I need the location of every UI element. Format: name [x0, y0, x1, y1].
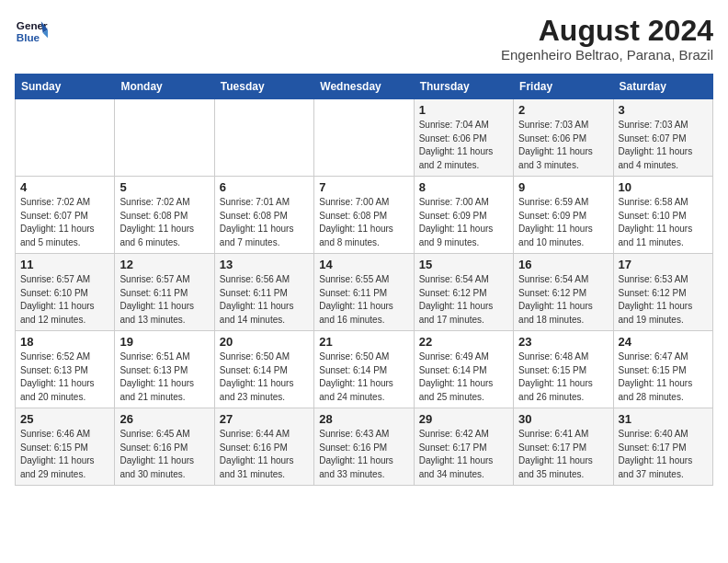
- day-number: 1: [419, 103, 508, 117]
- calendar-cell: 1Sunrise: 7:04 AM Sunset: 6:06 PM Daylig…: [414, 99, 513, 177]
- day-number: 9: [518, 180, 608, 194]
- weekday-header-friday: Friday: [514, 75, 613, 99]
- day-number: 17: [619, 258, 708, 271]
- weekday-header-thursday: Thursday: [414, 75, 513, 99]
- calendar-cell: 15Sunrise: 6:54 AM Sunset: 6:12 PM Dayli…: [414, 254, 513, 331]
- day-info: Sunrise: 6:58 AM Sunset: 6:10 PM Dayligh…: [619, 196, 708, 249]
- day-number: 27: [220, 412, 309, 426]
- day-number: 23: [518, 335, 608, 349]
- day-number: 16: [518, 258, 608, 271]
- calendar-cell: 8Sunrise: 7:00 AM Sunset: 6:09 PM Daylig…: [414, 177, 513, 254]
- day-info: Sunrise: 6:50 AM Sunset: 6:14 PM Dayligh…: [319, 350, 408, 404]
- day-info: Sunrise: 7:00 AM Sunset: 6:09 PM Dayligh…: [419, 196, 508, 249]
- day-info: Sunrise: 6:54 AM Sunset: 6:12 PM Dayligh…: [419, 273, 508, 327]
- calendar-cell: 12Sunrise: 6:57 AM Sunset: 6:11 PM Dayli…: [115, 254, 214, 331]
- day-number: 13: [220, 258, 309, 271]
- calendar-cell: 5Sunrise: 7:02 AM Sunset: 6:08 PM Daylig…: [115, 177, 214, 254]
- day-info: Sunrise: 6:55 AM Sunset: 6:11 PM Dayligh…: [319, 273, 408, 327]
- calendar-week-row: 4Sunrise: 7:02 AM Sunset: 6:07 PM Daylig…: [16, 177, 713, 254]
- calendar-cell: 23Sunrise: 6:48 AM Sunset: 6:15 PM Dayli…: [514, 331, 613, 408]
- day-info: Sunrise: 6:57 AM Sunset: 6:10 PM Dayligh…: [20, 273, 109, 327]
- day-info: Sunrise: 6:42 AM Sunset: 6:17 PM Dayligh…: [419, 428, 508, 481]
- day-info: Sunrise: 6:53 AM Sunset: 6:12 PM Dayligh…: [619, 273, 708, 327]
- day-number: 12: [119, 258, 209, 271]
- day-number: 6: [220, 180, 309, 194]
- day-number: 3: [619, 103, 708, 117]
- calendar-cell: 7Sunrise: 7:00 AM Sunset: 6:08 PM Daylig…: [314, 177, 414, 254]
- day-info: Sunrise: 6:47 AM Sunset: 6:15 PM Dayligh…: [619, 350, 708, 404]
- day-info: Sunrise: 6:41 AM Sunset: 6:17 PM Dayligh…: [518, 428, 608, 481]
- calendar-cell: 25Sunrise: 6:46 AM Sunset: 6:15 PM Dayli…: [16, 408, 115, 486]
- calendar-cell: 29Sunrise: 6:42 AM Sunset: 6:17 PM Dayli…: [414, 408, 513, 486]
- location-subtitle: Engenheiro Beltrao, Parana, Brazil: [501, 47, 713, 63]
- day-info: Sunrise: 6:51 AM Sunset: 6:13 PM Dayligh…: [119, 350, 209, 404]
- day-number: 30: [518, 412, 608, 426]
- calendar-cell: [214, 99, 313, 177]
- calendar-cell: 3Sunrise: 7:03 AM Sunset: 6:07 PM Daylig…: [613, 99, 712, 177]
- day-number: 14: [319, 258, 408, 271]
- day-info: Sunrise: 6:43 AM Sunset: 6:16 PM Dayligh…: [319, 428, 408, 481]
- day-info: Sunrise: 6:56 AM Sunset: 6:11 PM Dayligh…: [220, 273, 309, 327]
- calendar-cell: 24Sunrise: 6:47 AM Sunset: 6:15 PM Dayli…: [613, 331, 712, 408]
- page-header: General Blue August 2024 Engenheiro Belt…: [15, 15, 713, 63]
- calendar-cell: 26Sunrise: 6:45 AM Sunset: 6:16 PM Dayli…: [115, 408, 214, 486]
- calendar-cell: 4Sunrise: 7:02 AM Sunset: 6:07 PM Daylig…: [16, 177, 115, 254]
- day-number: 19: [119, 335, 209, 349]
- day-number: 28: [319, 412, 408, 426]
- day-info: Sunrise: 6:45 AM Sunset: 6:16 PM Dayligh…: [119, 428, 209, 481]
- logo-icon: General Blue: [15, 15, 48, 48]
- day-info: Sunrise: 6:44 AM Sunset: 6:16 PM Dayligh…: [220, 428, 309, 481]
- calendar-cell: 16Sunrise: 6:54 AM Sunset: 6:12 PM Dayli…: [514, 254, 613, 331]
- day-info: Sunrise: 6:59 AM Sunset: 6:09 PM Dayligh…: [518, 196, 608, 249]
- calendar-cell: 30Sunrise: 6:41 AM Sunset: 6:17 PM Dayli…: [514, 408, 613, 486]
- day-info: Sunrise: 7:04 AM Sunset: 6:06 PM Dayligh…: [419, 119, 508, 172]
- calendar-week-row: 11Sunrise: 6:57 AM Sunset: 6:10 PM Dayli…: [16, 254, 713, 331]
- calendar-cell: 13Sunrise: 6:56 AM Sunset: 6:11 PM Dayli…: [214, 254, 313, 331]
- calendar-table: SundayMondayTuesdayWednesdayThursdayFrid…: [15, 74, 713, 486]
- day-number: 29: [419, 412, 508, 426]
- weekday-header-tuesday: Tuesday: [214, 75, 313, 99]
- calendar-cell: [115, 99, 214, 177]
- calendar-cell: 21Sunrise: 6:50 AM Sunset: 6:14 PM Dayli…: [314, 331, 414, 408]
- day-number: 20: [220, 335, 309, 349]
- day-number: 18: [20, 335, 109, 349]
- calendar-week-row: 1Sunrise: 7:04 AM Sunset: 6:06 PM Daylig…: [16, 99, 713, 177]
- day-info: Sunrise: 7:03 AM Sunset: 6:06 PM Dayligh…: [518, 119, 608, 172]
- calendar-cell: [314, 99, 414, 177]
- day-info: Sunrise: 6:54 AM Sunset: 6:12 PM Dayligh…: [518, 273, 608, 327]
- weekday-header-wednesday: Wednesday: [314, 75, 414, 99]
- day-info: Sunrise: 6:40 AM Sunset: 6:17 PM Dayligh…: [619, 428, 708, 481]
- day-info: Sunrise: 7:02 AM Sunset: 6:07 PM Dayligh…: [20, 196, 109, 249]
- calendar-cell: 11Sunrise: 6:57 AM Sunset: 6:10 PM Dayli…: [16, 254, 115, 331]
- day-number: 8: [419, 180, 508, 194]
- calendar-week-row: 25Sunrise: 6:46 AM Sunset: 6:15 PM Dayli…: [16, 408, 713, 486]
- day-number: 11: [20, 258, 109, 271]
- day-number: 24: [619, 335, 708, 349]
- weekday-header-monday: Monday: [115, 75, 214, 99]
- day-number: 25: [20, 412, 109, 426]
- weekday-header-saturday: Saturday: [613, 75, 712, 99]
- calendar-cell: 6Sunrise: 7:01 AM Sunset: 6:08 PM Daylig…: [214, 177, 313, 254]
- day-info: Sunrise: 6:48 AM Sunset: 6:15 PM Dayligh…: [518, 350, 608, 404]
- day-number: 2: [518, 103, 608, 117]
- calendar-cell: 9Sunrise: 6:59 AM Sunset: 6:09 PM Daylig…: [514, 177, 613, 254]
- title-block: August 2024 Engenheiro Beltrao, Parana, …: [501, 15, 713, 63]
- day-number: 15: [419, 258, 508, 271]
- day-info: Sunrise: 6:57 AM Sunset: 6:11 PM Dayligh…: [119, 273, 209, 327]
- logo: General Blue: [15, 15, 48, 48]
- calendar-cell: 18Sunrise: 6:52 AM Sunset: 6:13 PM Dayli…: [16, 331, 115, 408]
- calendar-cell: [16, 99, 115, 177]
- day-info: Sunrise: 6:46 AM Sunset: 6:15 PM Dayligh…: [20, 428, 109, 481]
- calendar-cell: 10Sunrise: 6:58 AM Sunset: 6:10 PM Dayli…: [613, 177, 712, 254]
- day-number: 10: [619, 180, 708, 194]
- day-info: Sunrise: 6:49 AM Sunset: 6:14 PM Dayligh…: [419, 350, 508, 404]
- calendar-cell: 19Sunrise: 6:51 AM Sunset: 6:13 PM Dayli…: [115, 331, 214, 408]
- day-info: Sunrise: 7:01 AM Sunset: 6:08 PM Dayligh…: [220, 196, 309, 249]
- day-number: 31: [619, 412, 708, 426]
- calendar-cell: 28Sunrise: 6:43 AM Sunset: 6:16 PM Dayli…: [314, 408, 414, 486]
- calendar-cell: 2Sunrise: 7:03 AM Sunset: 6:06 PM Daylig…: [514, 99, 613, 177]
- day-number: 21: [319, 335, 408, 349]
- day-number: 4: [20, 180, 109, 194]
- calendar-cell: 17Sunrise: 6:53 AM Sunset: 6:12 PM Dayli…: [613, 254, 712, 331]
- day-info: Sunrise: 7:00 AM Sunset: 6:08 PM Dayligh…: [319, 196, 408, 249]
